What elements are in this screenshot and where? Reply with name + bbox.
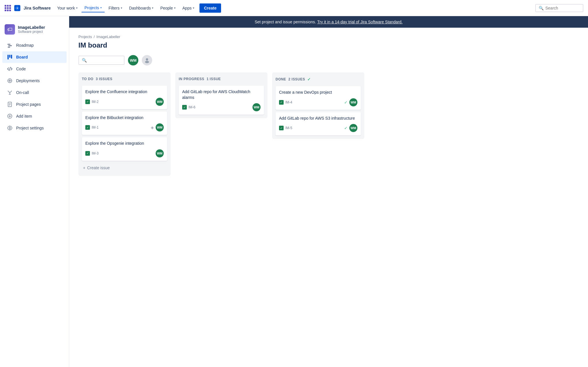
nav-filters[interactable]: Filters ▾: [106, 4, 125, 12]
chevron-down-icon: ▾: [76, 6, 78, 10]
project-info: ImageLabeller Software project: [18, 25, 45, 34]
card-right-im5: ✓ WM: [344, 124, 357, 132]
grid-menu-icon[interactable]: [5, 5, 11, 11]
sidebar-item-oncall[interactable]: On-call: [2, 87, 67, 98]
create-issue-label: Create issue: [87, 165, 110, 170]
assignee-avatar-im1: WM: [156, 123, 164, 131]
column-done: DONE 2 ISSUES ✓ Create a new DevOps proj…: [272, 72, 364, 139]
kanban-board: TO DO 3 ISSUES Explore the Confluence in…: [69, 72, 588, 185]
svg-rect-8: [9, 55, 10, 58]
card-title-im1: Explore the Bitbucket integration: [85, 115, 164, 121]
card-footer-im4: ✓ IM-4 ✓ WM: [279, 98, 357, 106]
column-todo: TO DO 3 ISSUES Explore the Confluence in…: [78, 72, 171, 176]
page-title: IM board: [69, 40, 588, 55]
svg-rect-7: [7, 55, 9, 59]
search-icon: 🔍: [82, 58, 87, 63]
nav-people[interactable]: People ▾: [157, 4, 178, 12]
settings-icon: [7, 125, 13, 131]
oncall-icon: [7, 90, 13, 95]
breadcrumb: Projects / ImageLabeller: [69, 28, 588, 40]
banner-text: Set project and issue permissions.: [255, 20, 316, 24]
board-search[interactable]: 🔍: [78, 56, 125, 65]
card-im6[interactable]: Add GitLab repo for AWS CloudWatch alarm…: [179, 86, 264, 115]
column-count-done: 2 ISSUES: [289, 77, 305, 81]
issue-type-icon-im5: ✓: [279, 126, 284, 130]
card-meta-im5: ✓ IM-5: [279, 126, 292, 130]
nav-projects[interactable]: Projects ▾: [82, 4, 105, 12]
svg-rect-6: [8, 47, 10, 48]
card-footer-im1: ✓ IM-1 ◈ WM: [85, 123, 164, 131]
create-button[interactable]: Create: [199, 3, 221, 13]
issue-type-icon-im3: ✓: [85, 151, 90, 156]
column-title-done: DONE: [276, 77, 286, 81]
issue-id-im3: IM-3: [92, 151, 99, 155]
assignee-avatar-im6: WM: [252, 103, 261, 111]
chevron-down-icon: ▾: [152, 6, 153, 10]
chevron-down-icon: ▾: [121, 6, 122, 10]
sidebar-item-add-item[interactable]: Add item: [2, 110, 67, 122]
main-layout: 🏷 ImageLabeller Software project Roadmap…: [0, 16, 588, 367]
svg-point-22: [9, 127, 11, 129]
sidebar-project-header: 🏷 ImageLabeller Software project: [0, 21, 69, 39]
column-count-inprogress: 1 ISSUE: [207, 77, 221, 81]
card-im4[interactable]: Create a new DevOps project ✓ IM-4 ✓ WM: [276, 86, 361, 110]
nav-your-work[interactable]: Your work ▾: [54, 4, 80, 12]
breadcrumb-projects[interactable]: Projects: [78, 35, 92, 39]
issue-id-im4: IM-4: [285, 100, 292, 104]
svg-rect-5: [8, 45, 12, 46]
issue-type-icon-im1: ✓: [85, 125, 90, 130]
chevron-down-icon: ▾: [193, 6, 194, 10]
card-footer-im3: ✓ IM-3 WM: [85, 149, 164, 157]
card-right-im2: WM: [156, 98, 164, 106]
top-navigation: Jira Software Your work ▾ Projects ▾ Fil…: [0, 0, 588, 16]
pages-icon: [7, 101, 13, 107]
sidebar-item-project-settings[interactable]: Project settings: [2, 122, 67, 134]
column-title-todo: TO DO: [82, 77, 93, 81]
card-title-im6: Add GitLab repo for AWS CloudWatch alarm…: [182, 89, 261, 100]
nav-apps[interactable]: Apps ▾: [180, 4, 197, 12]
search-input[interactable]: [545, 6, 580, 10]
project-avatar: 🏷: [5, 24, 15, 35]
assignee-avatar-im4: WM: [349, 98, 357, 106]
done-check-icon-im4: ✓: [344, 100, 348, 105]
card-footer-im2: ✓ IM-2 WM: [85, 98, 164, 106]
sidebar-item-code[interactable]: Code: [2, 63, 67, 75]
assignee-filter-avatar[interactable]: [142, 55, 152, 65]
card-im3[interactable]: Explore the Opsgenie integration ✓ IM-3 …: [82, 137, 167, 161]
card-right-im1: ◈ WM: [151, 123, 164, 131]
user-avatar-wm[interactable]: WM: [128, 55, 138, 65]
chevron-down-icon: ▾: [174, 6, 176, 10]
sidebar-item-project-pages[interactable]: Project pages: [2, 99, 67, 110]
sidebar-item-board[interactable]: Board: [2, 51, 67, 63]
sidebar-item-deployments[interactable]: Deployments: [2, 75, 67, 86]
project-name: ImageLabeller: [18, 25, 45, 30]
deployments-icon: [7, 78, 13, 84]
card-title-im3: Explore the Opsgenie integration: [85, 141, 164, 146]
card-im5[interactable]: Add GitLab repo for AWS S3 infrastructur…: [276, 112, 361, 136]
create-issue-button-todo[interactable]: + Create issue: [82, 163, 167, 172]
issue-type-icon-im2: ✓: [85, 99, 90, 104]
code-icon: [7, 66, 13, 72]
issue-type-icon-im4: ✓: [279, 100, 284, 105]
board-search-input[interactable]: [88, 58, 120, 63]
jira-logo-text: Jira Software: [24, 5, 51, 10]
breadcrumb-imagelabeller[interactable]: ImageLabeller: [97, 35, 120, 39]
card-meta-im1: ✓ IM-1: [85, 125, 99, 130]
card-im2[interactable]: Explore the Confluence integration ✓ IM-…: [82, 86, 167, 109]
board-icon: [7, 54, 13, 60]
banner-link[interactable]: Try it in a 14-day trial of Jira Softwar…: [317, 20, 403, 24]
global-search[interactable]: 🔍: [535, 4, 583, 12]
sidebar-item-roadmap[interactable]: Roadmap: [2, 39, 67, 51]
project-type: Software project: [18, 30, 45, 34]
search-icon: 🔍: [539, 6, 544, 10]
card-footer-im6: ✓ IM-6 WM: [182, 103, 261, 111]
issue-id-im1: IM-1: [92, 125, 99, 129]
card-meta-im2: ✓ IM-2: [85, 99, 99, 104]
column-title-inprogress: IN PROGRESS: [179, 77, 204, 81]
done-check-icon-im5: ✓: [344, 126, 348, 130]
svg-rect-9: [11, 55, 12, 59]
card-meta-im6: ✓ IM-6: [182, 105, 195, 110]
card-im1[interactable]: Explore the Bitbucket integration ✓ IM-1…: [82, 112, 167, 135]
app-logo[interactable]: Jira Software: [5, 4, 51, 12]
nav-dashboards[interactable]: Dashboards ▾: [126, 4, 157, 12]
